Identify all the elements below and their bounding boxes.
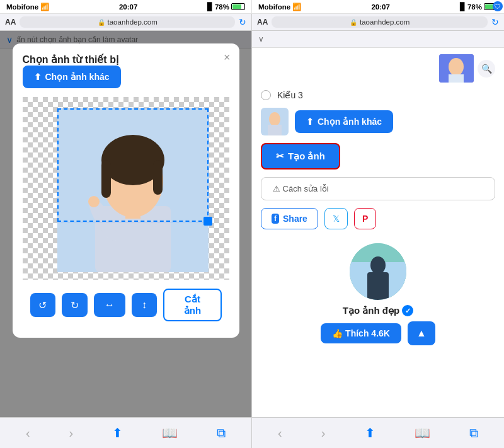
svg-point-18 (269, 112, 280, 126)
right-panel: ∨ 🛡 🔍 (252, 31, 504, 417)
left-signal-icon: ▊ (207, 3, 213, 11)
left-back-button[interactable]: ‹ (21, 423, 35, 443)
left-panel: ∨ ấn nút chọn ảnh bạn cần làm avatar Chọ… (0, 31, 252, 417)
left-battery: 78% (215, 3, 229, 11)
right-hint-bar: ∨ (252, 31, 504, 48)
pinterest-icon: P (362, 214, 368, 224)
modal-title: Chọn ảnh từ thiết bị (23, 54, 118, 65)
scroll-top-icon: ▲ (416, 328, 427, 338)
right-status-left: Mobifone 📶 (258, 3, 301, 11)
zoom-icon[interactable]: 🔍 (478, 60, 495, 78)
right-aa-text[interactable]: AA (257, 18, 268, 26)
right-wifi-icon: 📶 (292, 3, 301, 11)
left-status-right: ▊ 78% (207, 3, 245, 11)
share-row: f Share 𝕏 P (261, 208, 495, 229)
right-share-button[interactable]: ⬆ (360, 423, 381, 443)
right-status-right: ▊ 78% (460, 3, 498, 11)
like-label: 👍 Thích 4.6K (332, 328, 390, 338)
svg-rect-19 (268, 125, 282, 135)
right-chevron-icon: ∨ (258, 35, 264, 43)
right-status-bar: Mobifone 📶 20:07 ▊ 78% (252, 0, 504, 13)
right-content: 🛡 🔍 Kiểu 3 (252, 48, 504, 358)
crop-container[interactable] (23, 97, 229, 280)
right-tabs-button[interactable]: ⧉ (464, 423, 483, 443)
create-image-button[interactable]: ✂ Tạo ảnh (261, 143, 340, 169)
fix-label: ⚠ Cách sửa lỗi (273, 184, 329, 193)
svg-point-15 (449, 58, 464, 76)
left-refresh-button[interactable]: ↻ (239, 17, 246, 27)
left-nav-bar: ‹ › ⬆ 📖 ⧉ (0, 418, 252, 448)
thumbnail-svg (261, 108, 289, 135)
left-wifi-icon: 📶 (40, 3, 49, 11)
left-time: 20:07 (119, 3, 137, 11)
upload-icon-right: ⬆ (306, 117, 314, 127)
left-bookmarks-button[interactable]: 📖 (157, 423, 183, 443)
left-url-bar[interactable]: 🔒 taoanhdep.com (20, 16, 235, 28)
dual-status-bar: Mobifone 📶 20:07 ▊ 78% Mobifone 📶 20:07 … (0, 0, 504, 14)
modal-close-button[interactable]: × (224, 51, 231, 64)
right-carrier: Mobifone (258, 3, 290, 11)
cut-image-button[interactable]: Cắt ảnh (163, 289, 221, 321)
choose-another-button[interactable]: ⬆ Chọn ảnh khác (295, 110, 393, 133)
verified-badge: ✓ (402, 305, 413, 316)
undo-icon: ↺ (38, 299, 47, 311)
left-share-button[interactable]: ⬆ (107, 423, 128, 443)
thumbnail-preview (261, 108, 289, 135)
share-facebook-button[interactable]: f Share (261, 208, 318, 229)
choose-image-modal: Chọn ảnh từ thiết bị × ⬆ Chọn ảnh khác (13, 43, 239, 338)
choose-image-button[interactable]: ⬆ Chọn ảnh khác (23, 66, 121, 88)
create-label: Tạo ảnh (288, 151, 325, 162)
right-signal-icon: ▊ (460, 3, 466, 11)
redo-button[interactable]: ↻ (62, 293, 88, 317)
left-battery-icon (231, 3, 245, 10)
brand-name-row: Tạo ảnh đẹp ✓ (343, 305, 413, 316)
fix-error-button[interactable]: ⚠ Cách sửa lỗi (261, 177, 495, 200)
left-tabs-button[interactable]: ⧉ (212, 423, 231, 443)
dual-browser-bar: AA 🔒 taoanhdep.com ↻ AA 🔒 taoanhdep.com … (0, 14, 504, 31)
flip-h-icon: ↔ (105, 299, 115, 311)
right-url-text: taoanhdep.com (360, 18, 410, 26)
right-refresh-button[interactable]: ↻ (491, 17, 499, 27)
avatar-svg (350, 243, 406, 300)
right-lock-icon: 🔒 (350, 19, 357, 26)
right-forward-button[interactable]: › (316, 423, 331, 443)
like-button[interactable]: 👍 Thích 4.6K (321, 323, 401, 343)
left-aa-text[interactable]: AA (5, 18, 16, 26)
svg-rect-16 (449, 74, 464, 83)
right-bookmarks-button[interactable]: 📖 (410, 423, 435, 443)
create-icon: ✂ (276, 151, 284, 162)
fb-icon: f (272, 214, 279, 224)
right-url-bar[interactable]: 🔒 taoanhdep.com (272, 16, 488, 28)
modal-overlay: Chọn ảnh từ thiết bị × ⬆ Chọn ảnh khác (0, 31, 251, 417)
choose-another-label: Chọn ảnh khác (318, 117, 382, 127)
style-radio-3[interactable] (261, 90, 271, 100)
right-back-button[interactable]: ‹ (273, 423, 287, 443)
right-time: 20:07 (371, 3, 389, 11)
avatar-circle (350, 243, 406, 300)
fb-share-label: Share (283, 214, 307, 224)
crop-toolbar: ↺ ↻ ↔ ↕ Cắt ảnh (23, 289, 229, 328)
dual-content: ∨ ấn nút chọn ảnh bạn cần làm avatar Chọ… (0, 31, 504, 417)
svg-point-22 (370, 256, 386, 274)
style-row: Kiểu 3 (261, 90, 495, 100)
upload-icon: ⬆ (34, 72, 42, 82)
share-pinterest-button[interactable]: P (354, 208, 376, 229)
flip-v-icon: ↕ (142, 299, 147, 311)
top-preview-row: 🛡 🔍 (261, 54, 495, 83)
cut-image-label: Cắt ảnh (184, 294, 201, 316)
like-row: 👍 Thích 4.6K ▲ (321, 321, 435, 345)
style-label-3: Kiểu 3 (277, 90, 303, 100)
share-twitter-button[interactable]: 𝕏 (324, 208, 348, 229)
create-button-row: ✂ Tạo ảnh (261, 143, 495, 169)
flip-vertical-button[interactable]: ↕ (132, 293, 158, 317)
undo-button[interactable]: ↺ (30, 293, 56, 317)
preview-container: 🛡 🔍 (439, 54, 495, 83)
crop-selection[interactable] (57, 108, 209, 222)
scroll-top-button[interactable]: ▲ (408, 321, 435, 345)
left-forward-button[interactable]: › (64, 423, 79, 443)
brand-name: Tạo ảnh đẹp (343, 305, 399, 316)
top-preview-image: 🛡 (439, 54, 474, 83)
right-browser-bar: AA 🔒 taoanhdep.com ↻ (252, 14, 504, 30)
twitter-icon: 𝕏 (333, 214, 340, 224)
flip-horizontal-button[interactable]: ↔ (94, 293, 125, 317)
